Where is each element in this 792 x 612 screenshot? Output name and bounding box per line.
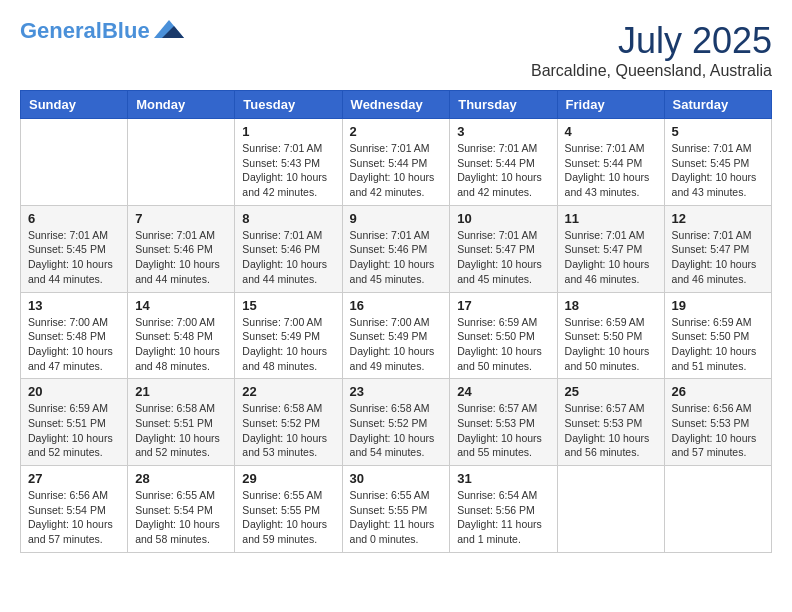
weekday-header-tuesday: Tuesday — [235, 91, 342, 119]
week-row-4: 20Sunrise: 6:59 AM Sunset: 5:51 PM Dayli… — [21, 379, 772, 466]
logo: GeneralBlue — [20, 20, 184, 42]
day-cell: 25Sunrise: 6:57 AM Sunset: 5:53 PM Dayli… — [557, 379, 664, 466]
day-cell: 23Sunrise: 6:58 AM Sunset: 5:52 PM Dayli… — [342, 379, 450, 466]
day-cell: 27Sunrise: 6:56 AM Sunset: 5:54 PM Dayli… — [21, 466, 128, 553]
day-cell: 28Sunrise: 6:55 AM Sunset: 5:54 PM Dayli… — [128, 466, 235, 553]
day-info: Sunrise: 6:59 AM Sunset: 5:50 PM Dayligh… — [565, 315, 657, 374]
day-info: Sunrise: 7:01 AM Sunset: 5:47 PM Dayligh… — [457, 228, 549, 287]
day-info: Sunrise: 7:01 AM Sunset: 5:44 PM Dayligh… — [457, 141, 549, 200]
day-info: Sunrise: 7:00 AM Sunset: 5:48 PM Dayligh… — [135, 315, 227, 374]
day-number: 17 — [457, 298, 549, 313]
week-row-2: 6Sunrise: 7:01 AM Sunset: 5:45 PM Daylig… — [21, 205, 772, 292]
logo-blue: Blue — [102, 18, 150, 43]
day-cell: 1Sunrise: 7:01 AM Sunset: 5:43 PM Daylig… — [235, 119, 342, 206]
day-number: 23 — [350, 384, 443, 399]
day-cell: 10Sunrise: 7:01 AM Sunset: 5:47 PM Dayli… — [450, 205, 557, 292]
day-info: Sunrise: 6:56 AM Sunset: 5:54 PM Dayligh… — [28, 488, 120, 547]
day-info: Sunrise: 6:59 AM Sunset: 5:51 PM Dayligh… — [28, 401, 120, 460]
day-number: 24 — [457, 384, 549, 399]
logo-text: GeneralBlue — [20, 20, 150, 42]
day-info: Sunrise: 6:57 AM Sunset: 5:53 PM Dayligh… — [565, 401, 657, 460]
day-number: 3 — [457, 124, 549, 139]
day-info: Sunrise: 7:01 AM Sunset: 5:47 PM Dayligh… — [672, 228, 764, 287]
weekday-header-friday: Friday — [557, 91, 664, 119]
day-cell: 16Sunrise: 7:00 AM Sunset: 5:49 PM Dayli… — [342, 292, 450, 379]
logo-general: General — [20, 18, 102, 43]
day-cell: 2Sunrise: 7:01 AM Sunset: 5:44 PM Daylig… — [342, 119, 450, 206]
day-info: Sunrise: 6:58 AM Sunset: 5:52 PM Dayligh… — [242, 401, 334, 460]
day-cell: 9Sunrise: 7:01 AM Sunset: 5:46 PM Daylig… — [342, 205, 450, 292]
weekday-header-row: SundayMondayTuesdayWednesdayThursdayFrid… — [21, 91, 772, 119]
location: Barcaldine, Queensland, Australia — [531, 62, 772, 80]
day-info: Sunrise: 6:58 AM Sunset: 5:52 PM Dayligh… — [350, 401, 443, 460]
day-info: Sunrise: 6:55 AM Sunset: 5:54 PM Dayligh… — [135, 488, 227, 547]
day-number: 7 — [135, 211, 227, 226]
day-number: 9 — [350, 211, 443, 226]
day-number: 4 — [565, 124, 657, 139]
day-number: 30 — [350, 471, 443, 486]
day-number: 29 — [242, 471, 334, 486]
day-number: 18 — [565, 298, 657, 313]
day-cell: 21Sunrise: 6:58 AM Sunset: 5:51 PM Dayli… — [128, 379, 235, 466]
day-cell: 6Sunrise: 7:01 AM Sunset: 5:45 PM Daylig… — [21, 205, 128, 292]
weekday-header-sunday: Sunday — [21, 91, 128, 119]
weekday-header-saturday: Saturday — [664, 91, 771, 119]
calendar: SundayMondayTuesdayWednesdayThursdayFrid… — [20, 90, 772, 553]
weekday-header-wednesday: Wednesday — [342, 91, 450, 119]
day-number: 16 — [350, 298, 443, 313]
weekday-header-thursday: Thursday — [450, 91, 557, 119]
day-cell: 15Sunrise: 7:00 AM Sunset: 5:49 PM Dayli… — [235, 292, 342, 379]
day-cell: 11Sunrise: 7:01 AM Sunset: 5:47 PM Dayli… — [557, 205, 664, 292]
day-info: Sunrise: 6:57 AM Sunset: 5:53 PM Dayligh… — [457, 401, 549, 460]
day-info: Sunrise: 7:01 AM Sunset: 5:46 PM Dayligh… — [242, 228, 334, 287]
day-cell: 4Sunrise: 7:01 AM Sunset: 5:44 PM Daylig… — [557, 119, 664, 206]
day-info: Sunrise: 6:55 AM Sunset: 5:55 PM Dayligh… — [242, 488, 334, 547]
day-number: 13 — [28, 298, 120, 313]
day-cell: 5Sunrise: 7:01 AM Sunset: 5:45 PM Daylig… — [664, 119, 771, 206]
day-cell: 29Sunrise: 6:55 AM Sunset: 5:55 PM Dayli… — [235, 466, 342, 553]
day-number: 28 — [135, 471, 227, 486]
day-number: 15 — [242, 298, 334, 313]
day-info: Sunrise: 7:01 AM Sunset: 5:45 PM Dayligh… — [672, 141, 764, 200]
day-number: 19 — [672, 298, 764, 313]
day-cell: 3Sunrise: 7:01 AM Sunset: 5:44 PM Daylig… — [450, 119, 557, 206]
day-info: Sunrise: 7:00 AM Sunset: 5:49 PM Dayligh… — [350, 315, 443, 374]
day-number: 25 — [565, 384, 657, 399]
day-number: 6 — [28, 211, 120, 226]
day-number: 1 — [242, 124, 334, 139]
day-cell: 12Sunrise: 7:01 AM Sunset: 5:47 PM Dayli… — [664, 205, 771, 292]
day-cell: 19Sunrise: 6:59 AM Sunset: 5:50 PM Dayli… — [664, 292, 771, 379]
day-cell — [664, 466, 771, 553]
day-number: 27 — [28, 471, 120, 486]
day-info: Sunrise: 7:01 AM Sunset: 5:47 PM Dayligh… — [565, 228, 657, 287]
day-cell: 14Sunrise: 7:00 AM Sunset: 5:48 PM Dayli… — [128, 292, 235, 379]
day-cell: 8Sunrise: 7:01 AM Sunset: 5:46 PM Daylig… — [235, 205, 342, 292]
day-info: Sunrise: 7:01 AM Sunset: 5:46 PM Dayligh… — [135, 228, 227, 287]
day-number: 14 — [135, 298, 227, 313]
week-row-3: 13Sunrise: 7:00 AM Sunset: 5:48 PM Dayli… — [21, 292, 772, 379]
month-year: July 2025 — [531, 20, 772, 62]
day-info: Sunrise: 7:01 AM Sunset: 5:43 PM Dayligh… — [242, 141, 334, 200]
day-number: 26 — [672, 384, 764, 399]
day-cell: 24Sunrise: 6:57 AM Sunset: 5:53 PM Dayli… — [450, 379, 557, 466]
day-number: 12 — [672, 211, 764, 226]
day-number: 2 — [350, 124, 443, 139]
day-info: Sunrise: 6:59 AM Sunset: 5:50 PM Dayligh… — [672, 315, 764, 374]
day-info: Sunrise: 7:01 AM Sunset: 5:44 PM Dayligh… — [565, 141, 657, 200]
title-block: July 2025 Barcaldine, Queensland, Austra… — [531, 20, 772, 80]
week-row-5: 27Sunrise: 6:56 AM Sunset: 5:54 PM Dayli… — [21, 466, 772, 553]
day-cell: 18Sunrise: 6:59 AM Sunset: 5:50 PM Dayli… — [557, 292, 664, 379]
day-cell: 22Sunrise: 6:58 AM Sunset: 5:52 PM Dayli… — [235, 379, 342, 466]
day-number: 5 — [672, 124, 764, 139]
day-info: Sunrise: 7:01 AM Sunset: 5:44 PM Dayligh… — [350, 141, 443, 200]
day-cell: 17Sunrise: 6:59 AM Sunset: 5:50 PM Dayli… — [450, 292, 557, 379]
day-cell — [21, 119, 128, 206]
day-info: Sunrise: 6:54 AM Sunset: 5:56 PM Dayligh… — [457, 488, 549, 547]
day-number: 11 — [565, 211, 657, 226]
day-cell — [557, 466, 664, 553]
day-info: Sunrise: 7:00 AM Sunset: 5:49 PM Dayligh… — [242, 315, 334, 374]
day-info: Sunrise: 7:00 AM Sunset: 5:48 PM Dayligh… — [28, 315, 120, 374]
day-number: 20 — [28, 384, 120, 399]
day-info: Sunrise: 6:56 AM Sunset: 5:53 PM Dayligh… — [672, 401, 764, 460]
day-cell: 30Sunrise: 6:55 AM Sunset: 5:55 PM Dayli… — [342, 466, 450, 553]
